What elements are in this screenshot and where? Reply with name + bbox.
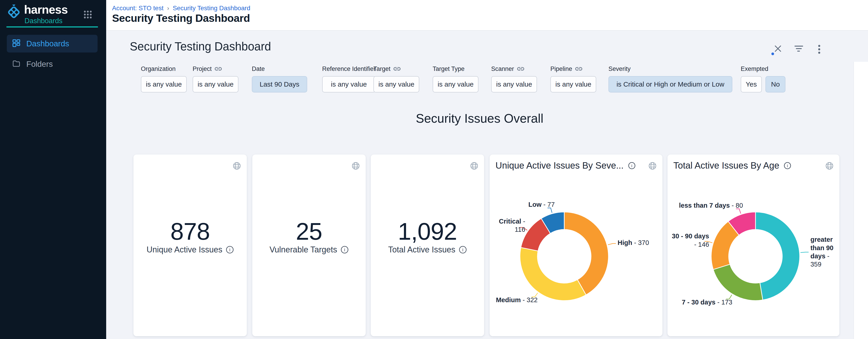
brand-product: Dashboards xyxy=(25,17,62,25)
donut-slice-medium[interactable] xyxy=(520,248,586,301)
dashboard-title: Security Testing Dashboard xyxy=(130,40,271,53)
filter-label: Project xyxy=(193,65,212,73)
filter-label: Scanner xyxy=(491,65,514,73)
sidebar-item-folders[interactable]: Folders xyxy=(7,55,98,73)
info-icon[interactable]: i xyxy=(784,162,791,169)
globe-icon[interactable] xyxy=(470,161,479,171)
sidebar: harness Dashboards Dashboards xyxy=(0,0,106,339)
breadcrumb: Account: STO test › Security Testing Das… xyxy=(112,4,250,12)
app-window: harness Dashboards Dashboards xyxy=(0,0,868,339)
pie-data-label: Critical - 116 xyxy=(491,217,525,234)
filter-label: Pipeline xyxy=(550,65,572,73)
svg-text:i: i xyxy=(344,247,345,252)
donut-slice-greater-than-90-days[interactable] xyxy=(755,212,800,300)
stat-card-vulnerable-targets: 25Vulnerable Targetsi xyxy=(252,154,366,336)
filter-severity: Severityis Critical or High or Medium or… xyxy=(609,65,732,92)
filter-label: Date xyxy=(252,65,265,73)
donut-slice-7---30-days[interactable] xyxy=(713,264,763,301)
filter-value-button[interactable]: is any value xyxy=(141,76,187,92)
svg-text:i: i xyxy=(229,247,230,252)
filter-value-button[interactable]: is any value xyxy=(322,76,376,92)
sidebar-item-label: Folders xyxy=(26,59,53,68)
filter-value-button[interactable]: is any value xyxy=(433,76,478,92)
harness-logo-icon xyxy=(6,4,21,20)
app-grid-icon[interactable] xyxy=(84,10,92,20)
info-icon[interactable]: i xyxy=(341,246,348,254)
label-connector xyxy=(736,209,741,214)
link-icon xyxy=(575,66,583,72)
filter-value-button[interactable]: is Critical or High or Medium or Low xyxy=(609,76,732,92)
filter-scanner: Scanneris any value xyxy=(491,65,537,92)
filter-label: Reference Identifier xyxy=(322,65,376,73)
sidebar-divider xyxy=(6,26,98,28)
filter-target-type: Target Typeis any value xyxy=(433,65,478,92)
filter-organization: Organizationis any value xyxy=(141,65,187,92)
stat-label: Unique Active Issues xyxy=(147,245,222,254)
globe-icon[interactable] xyxy=(351,161,360,171)
filter-project: Projectis any value xyxy=(193,65,239,92)
exempted-no-button[interactable]: No xyxy=(766,76,785,92)
filter-label: Target xyxy=(373,65,391,73)
stat-card-unique-active-issues: 878Unique Active Issuesi xyxy=(133,154,247,336)
filter-label: Organization xyxy=(141,65,176,73)
svg-text:i: i xyxy=(462,247,464,252)
svg-text:i: i xyxy=(787,163,788,168)
filter-icon[interactable] xyxy=(794,44,804,54)
kebab-menu-icon[interactable] xyxy=(815,44,825,54)
chart-title: Unique Active Issues By Seve... xyxy=(495,161,624,171)
filter-value-button[interactable]: is any value xyxy=(550,76,596,92)
filter-target: Targetis any value xyxy=(373,65,419,92)
filter-value-button[interactable]: is any value xyxy=(373,76,419,92)
link-icon xyxy=(393,66,401,72)
info-icon[interactable]: i xyxy=(459,246,467,254)
label-connector xyxy=(608,244,616,245)
globe-icon[interactable] xyxy=(232,161,241,171)
sidebar-item-dashboards[interactable]: Dashboards xyxy=(7,35,98,53)
filter-value-button[interactable]: Last 90 Days xyxy=(252,76,307,92)
filter-label: Exempted xyxy=(741,65,768,73)
breadcrumb-page-link[interactable]: Security Testing Dashboard xyxy=(173,4,250,12)
pie-data-label: 7 - 30 days - 173 xyxy=(669,298,732,306)
chart-title: Total Active Issues By Age xyxy=(673,161,779,171)
page-title: Security Testing Dashboard xyxy=(112,12,250,24)
stat-card-total-active-issues: 1,092Total Active Issuesi xyxy=(371,154,484,336)
stat-value: 878 xyxy=(133,218,247,245)
stat-value: 1,092 xyxy=(371,218,484,245)
page-header: Account: STO test › Security Testing Das… xyxy=(106,0,868,31)
brand-name: harness xyxy=(24,3,68,16)
section-title: Security Issues Overall xyxy=(106,111,853,125)
breadcrumb-separator: › xyxy=(167,5,169,12)
link-icon xyxy=(214,66,222,72)
info-icon[interactable]: i xyxy=(226,246,234,254)
exempted-yes-button[interactable]: Yes xyxy=(741,76,762,92)
label-connector xyxy=(800,252,809,253)
donut-card-2: Total Active Issues By Ageigreater than … xyxy=(668,154,839,336)
label-connector xyxy=(548,208,552,213)
cursor-dot xyxy=(771,53,774,55)
dashboards-icon xyxy=(12,39,21,48)
filter-label: Severity xyxy=(609,65,631,73)
donut-card-1: Unique Active Issues By Seve...iHigh - 3… xyxy=(490,154,662,336)
filter-value-button[interactable]: is any value xyxy=(491,76,537,92)
info-icon[interactable]: i xyxy=(628,162,636,169)
pie-data-label: greater than 90 days - 359 xyxy=(810,235,836,269)
pie-data-label: Low - 77 xyxy=(491,200,555,208)
breadcrumb-account-link[interactable]: Account: STO test xyxy=(112,4,163,12)
scrollbar[interactable] xyxy=(854,62,868,339)
stat-value: 25 xyxy=(252,218,366,245)
filter-date: DateLast 90 Days xyxy=(252,65,307,92)
sidebar-item-label: Dashboards xyxy=(26,39,69,48)
pie-data-label: Medium - 322 xyxy=(491,296,538,304)
link-icon xyxy=(517,66,525,72)
filter-exempted: ExemptedYesNo xyxy=(741,65,785,92)
close-icon[interactable] xyxy=(774,44,784,54)
pie-data-label: 30 - 90 days - 146 xyxy=(669,232,709,249)
pie-data-label: less than 7 days - 80 xyxy=(669,201,743,209)
filter-pipeline: Pipelineis any value xyxy=(550,65,596,92)
stat-label: Vulnerable Targets xyxy=(270,245,337,254)
pie-data-label: High - 370 xyxy=(618,238,659,247)
filter-value-button[interactable]: is any value xyxy=(193,76,239,92)
filter-label: Target Type xyxy=(433,65,465,73)
dashboard-content: Security Testing Dashboard Organizationi… xyxy=(106,31,868,339)
filter-reference-identifier: Reference Identifieris any value xyxy=(322,65,376,92)
